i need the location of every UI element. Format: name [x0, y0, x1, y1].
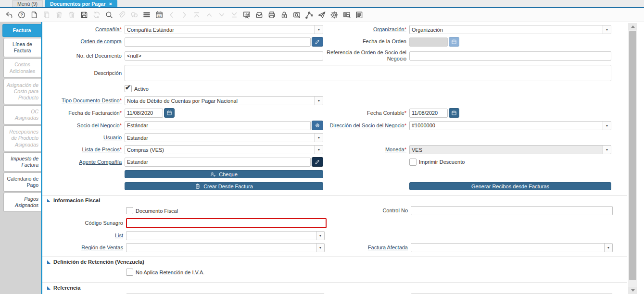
- new-record-icon[interactable]: [30, 11, 38, 19]
- vertical-scrollbar[interactable]: [628, 23, 637, 294]
- row-cheque: Cheque: [46, 170, 627, 179]
- codigo-sunagro-input[interactable]: [127, 219, 326, 227]
- retencion-header[interactable]: Definición de Retención (Venezuela): [47, 259, 627, 265]
- orden-compra-edit-button[interactable]: [312, 37, 323, 47]
- memo-icon[interactable]: [355, 11, 364, 19]
- imprimir-descuento-checkbox[interactable]: ✔: [409, 159, 417, 166]
- tab-documentos-por-pagar[interactable]: Documentos por Pagar ×: [45, 0, 117, 7]
- usuario-input[interactable]: [125, 134, 315, 142]
- agente-label[interactable]: Agente Compañía: [46, 159, 123, 165]
- generar-recibos-button[interactable]: Generar Recibos desde Facturas: [409, 182, 611, 190]
- tipo-doc-label[interactable]: Tipo Documento Destino*: [46, 98, 123, 104]
- save-icon[interactable]: [80, 11, 88, 19]
- chevron-down-icon[interactable]: ▼: [603, 25, 611, 34]
- find-icon[interactable]: [105, 11, 114, 19]
- informacion-fiscal-header[interactable]: Informacion Fiscal: [47, 197, 627, 203]
- cheque-button[interactable]: Cheque: [125, 170, 323, 178]
- organizacion-input[interactable]: [410, 25, 603, 34]
- undo-icon[interactable]: [5, 11, 13, 19]
- record-info-icon: [315, 122, 320, 128]
- usuario-combobox[interactable]: ▼: [125, 133, 323, 142]
- compania-label[interactable]: Compañía*: [46, 26, 123, 33]
- region-ventas-label[interactable]: Región de Ventas: [47, 245, 124, 251]
- socio-label[interactable]: Socio del Negocio*: [46, 122, 123, 129]
- sidebar-tab-pagos-asignados[interactable]: Pagos Asignados: [3, 193, 41, 212]
- moneda-input[interactable]: [410, 146, 603, 154]
- chevron-down-icon[interactable]: ▼: [604, 244, 612, 252]
- scroll-up-button[interactable]: [628, 23, 637, 30]
- direccion-socio-input[interactable]: [410, 122, 603, 130]
- compania-combobox[interactable]: ▼: [125, 25, 323, 34]
- socio-record-button[interactable]: [312, 121, 323, 130]
- sidebar-tab-linea-de-factura[interactable]: Línea de Factura: [3, 38, 41, 57]
- active-workflows-icon[interactable]: [317, 11, 326, 19]
- factura-afectada-combobox[interactable]: ▼: [411, 243, 613, 252]
- direccion-socio-label[interactable]: Dirección del Socio del Negocio*: [325, 122, 407, 129]
- orden-compra-label[interactable]: Orden de compra: [46, 38, 123, 45]
- grid-toggle-icon[interactable]: [142, 11, 151, 19]
- lista-precios-input[interactable]: [125, 146, 315, 154]
- crear-desde-factura-button[interactable]: Crear Desde Factura: [125, 182, 323, 190]
- direccion-socio-combobox[interactable]: ▼: [409, 121, 611, 130]
- tipo-doc-input[interactable]: [125, 97, 315, 105]
- orden-compra-input[interactable]: [125, 37, 311, 47]
- help-icon[interactable]: ?: [17, 11, 26, 19]
- list-combobox[interactable]: ▼: [126, 231, 325, 240]
- organizacion-combobox[interactable]: ▼: [409, 25, 611, 34]
- chevron-down-icon[interactable]: ▼: [603, 146, 611, 154]
- moneda-combobox[interactable]: ▼: [409, 145, 611, 154]
- chevron-down-icon[interactable]: ▼: [316, 244, 324, 252]
- fecha-facturacion-input[interactable]: [125, 109, 163, 118]
- calendar-icon[interactable]: 31: [155, 11, 164, 19]
- documento-fiscal-checkbox[interactable]: ✔: [126, 207, 133, 214]
- descripcion-textarea[interactable]: [125, 65, 611, 81]
- scrollbar-thumb[interactable]: [629, 31, 636, 280]
- no-documento-input[interactable]: [125, 51, 323, 61]
- agente-edit-button[interactable]: [312, 157, 323, 167]
- fecha-facturacion-calendar-button[interactable]: [164, 108, 175, 118]
- list-input[interactable]: [126, 232, 316, 240]
- chevron-down-icon[interactable]: ▼: [603, 122, 611, 130]
- fecha-contable-input[interactable]: [409, 109, 448, 118]
- lista-precios-label[interactable]: Lista de Precios*: [46, 147, 123, 153]
- lock-icon[interactable]: [280, 11, 289, 19]
- close-tab-icon[interactable]: ×: [109, 1, 112, 7]
- workflow-icon[interactable]: [305, 11, 314, 19]
- preference-icon[interactable]: [330, 11, 339, 19]
- region-ventas-combobox[interactable]: ▼: [126, 243, 325, 252]
- socio-input[interactable]: [125, 121, 311, 130]
- list-label[interactable]: List: [47, 233, 124, 239]
- sidebar-tab-asignacion-de-costo-para-producto: Asignación de Costo para Producto: [3, 79, 41, 104]
- sidebar-tab-calendario-de-pago[interactable]: Calendario de Pago: [3, 172, 41, 192]
- control-no-input[interactable]: [411, 206, 613, 215]
- zoom-across-icon[interactable]: [292, 11, 301, 19]
- moneda-label[interactable]: Moneda*: [325, 147, 407, 153]
- lista-precios-combobox[interactable]: ▼: [125, 145, 323, 154]
- scroll-down-button[interactable]: [628, 287, 637, 294]
- tab-menu[interactable]: Menú (9): [12, 0, 43, 7]
- chevron-down-icon[interactable]: ▼: [315, 97, 323, 105]
- region-ventas-input[interactable]: [126, 244, 316, 252]
- usuario-label[interactable]: Usuario: [46, 135, 123, 141]
- sidebar-tab-factura[interactable]: Factura: [2, 24, 41, 37]
- archive-icon[interactable]: [255, 11, 264, 19]
- chevron-down-icon[interactable]: ▼: [315, 146, 323, 154]
- no-aplica-iva-checkbox[interactable]: ✔: [126, 269, 133, 276]
- referencia-orden-input[interactable]: [409, 51, 611, 61]
- print-icon[interactable]: [267, 11, 276, 19]
- chevron-down-icon[interactable]: ▼: [316, 232, 324, 240]
- report-icon[interactable]: [242, 11, 251, 19]
- tipo-doc-combobox[interactable]: ▼: [125, 96, 323, 105]
- product-info-icon[interactable]: [342, 11, 351, 19]
- sidebar-tab-impuesto-de-factura[interactable]: Impuesto de Factura: [3, 152, 41, 172]
- chevron-down-icon[interactable]: ▼: [315, 134, 323, 142]
- referencia-header[interactable]: Referencia: [47, 285, 627, 291]
- chevron-down-icon[interactable]: ▼: [315, 25, 323, 34]
- factura-afectada-input[interactable]: [411, 244, 604, 252]
- factura-afectada-label[interactable]: Factura Afectada: [327, 245, 409, 251]
- agente-input[interactable]: [125, 158, 311, 167]
- activo-checkbox[interactable]: ✔: [125, 85, 132, 92]
- compania-input[interactable]: [125, 25, 315, 34]
- organizacion-label[interactable]: Organización*: [325, 26, 407, 33]
- fecha-contable-calendar-button[interactable]: [449, 108, 459, 118]
